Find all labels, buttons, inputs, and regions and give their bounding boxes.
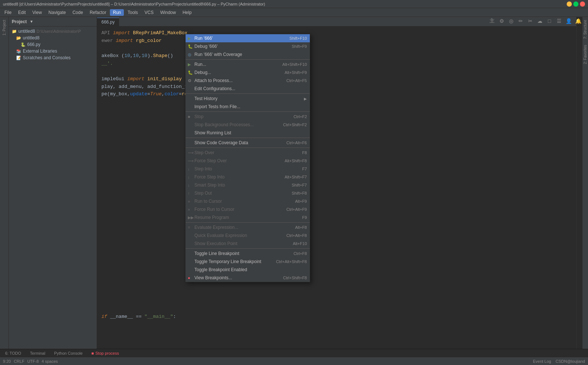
toolbar-icon-edit[interactable]: ✏ <box>517 17 525 25</box>
run-menu-show-running[interactable]: Show Running List <box>186 129 310 137</box>
resume-icon: ▶▶ <box>188 215 194 220</box>
tree-item-untitled8[interactable]: 📂 untitled8 <box>9 35 97 41</box>
edit-configs-label: Edit Configurations... <box>194 86 301 91</box>
terminal-label: Terminal <box>30 351 46 355</box>
event-log[interactable]: Event Log <box>533 359 551 364</box>
force-step-into-shortcut: Alt+Shift+F7 <box>284 175 307 179</box>
toolbar-icon-chinese[interactable]: 主 <box>488 17 496 25</box>
structure-tab[interactable]: 7: Structure <box>582 17 588 42</box>
run-menu-run[interactable]: ▶ Run... Alt+Shift+F10 <box>186 60 310 68</box>
tab-todo[interactable]: 6: TODO <box>3 350 24 356</box>
status-encoding[interactable]: UTF-8 <box>27 359 39 364</box>
run-menu-edit-configs[interactable]: Edit Configurations... <box>186 85 310 93</box>
toolbar-icon-bell[interactable]: 🔔 <box>574 17 582 25</box>
menu-file[interactable]: File <box>1 9 14 16</box>
run-menu-toggle-bp-enabled[interactable]: Toggle Breakpoint Enabled <box>186 266 310 274</box>
menu-navigate[interactable]: Navigate <box>46 9 69 16</box>
toolbar-icon-circle[interactable]: ◎ <box>507 17 515 25</box>
tab-python-console[interactable]: Python Console <box>52 350 85 356</box>
menu-help[interactable]: Help <box>180 9 195 16</box>
stop-process-button[interactable]: ■ Stop process <box>89 350 121 356</box>
menu-run[interactable]: Run <box>110 9 124 16</box>
tab-666py[interactable]: 666.py <box>97 18 119 26</box>
status-line-col[interactable]: 9:20 <box>3 359 11 364</box>
toolbar-icon-user[interactable]: 👤 <box>564 17 573 25</box>
run-menu-debug[interactable]: 🐛 Debug... Alt+Shift+F9 <box>186 68 310 77</box>
stop-shortcut: Ctrl+F2 <box>294 114 307 119</box>
tab-label-666py: 666.py <box>101 20 115 25</box>
status-indent[interactable]: 4 spaces <box>42 359 58 364</box>
run-menu-force-step-into: ↓ Force Step Into Alt+Shift+F7 <box>186 173 310 181</box>
run-menu-step-over: ⟶ Step Over F8 <box>186 149 310 157</box>
maximize-button[interactable] <box>573 1 578 7</box>
code-line-1: API import BRepPrimAPI_MakeBox <box>101 29 572 37</box>
run-cursor-shortcut: Alt+F9 <box>295 199 307 203</box>
left-strip-project[interactable]: 1: Project <box>1 18 7 37</box>
resume-shortcut: F9 <box>302 215 307 220</box>
tree-item-666py[interactable]: 🐍 666.py <box>9 41 97 48</box>
menu-window[interactable]: Window <box>157 9 179 16</box>
stop-label: Stop <box>194 114 288 119</box>
show-exec-shortcut: Alt+F10 <box>293 241 307 246</box>
run-menu: ▶ Run '666' Shift+F10 🐛 Debug '666' Shif… <box>185 34 310 282</box>
quick-eval-label: Quick Evaluate Expression <box>194 233 280 238</box>
toolbar-icon-cloud[interactable]: ☁ <box>536 17 544 25</box>
toolbar-icon-gear[interactable]: ⚙ <box>498 17 506 25</box>
bottom-bar: 6: TODO Terminal Python Console ■ Stop p… <box>0 349 588 357</box>
smart-step-into-icon: ↓ <box>188 183 190 187</box>
tree-label-external-libs: External Libraries <box>23 49 57 54</box>
menu-code[interactable]: Code <box>69 9 86 16</box>
run-menu-toggle-bp[interactable]: Toggle Line Breakpoint Ctrl+F8 <box>186 249 310 258</box>
force-step-into-label: Force Step Into <box>194 174 279 180</box>
toolbar: 主 ⚙ ◎ ✏ ✂ ☁ □ ☰ 👤 🔔 <box>488 17 582 25</box>
tab-terminal[interactable]: Terminal <box>28 350 48 356</box>
test-history-label: Test History <box>194 96 297 101</box>
show-running-label: Show Running List <box>194 130 301 135</box>
menu-vcs[interactable]: VCS <box>141 9 157 16</box>
run-menu-run666[interactable]: ▶ Run '666' Shift+F10 <box>186 34 310 42</box>
scratches-icon: 📝 <box>16 56 21 60</box>
code-content[interactable]: API import BRepPrimAPI_MakeBox ewer impo… <box>97 26 576 349</box>
run-menu-toggle-temp-bp[interactable]: Toggle Temporary Line Breakpoint Ctrl+Al… <box>186 258 310 266</box>
right-scrollbar[interactable] <box>576 17 582 349</box>
close-button[interactable] <box>580 1 585 7</box>
run-menu-import-tests[interactable]: Import Tests from File... <box>186 103 310 111</box>
status-line-ending[interactable]: CRLF <box>14 359 24 364</box>
eval-expr-icon: = <box>188 225 190 230</box>
toolbar-icon-scissors[interactable]: ✂ <box>526 17 534 25</box>
step-over-label: Step Over <box>194 150 296 155</box>
favorites-tab[interactable]: 2: Favorites <box>582 42 588 67</box>
run-menu-debug666[interactable]: 🐛 Debug '666' Shift+F9 <box>186 42 310 50</box>
run-menu-view-bps[interactable]: ● View Breakpoints... Ctrl+Shift+F8 <box>186 274 310 282</box>
python-console-label: Python Console <box>54 351 83 355</box>
step-out-shortcut: Shift+F8 <box>292 191 307 195</box>
code-line-2: ewer import rgb_color <box>101 37 572 45</box>
run-menu-test-history[interactable]: Test History ▶ <box>186 95 310 103</box>
status-right: Event Log CSDN@loujiand <box>533 359 585 364</box>
coverage-icon: ◎ <box>188 52 191 57</box>
step-into-shortcut: F7 <box>302 167 307 171</box>
code-line-7: impleGui import init_display <box>101 75 572 83</box>
step-out-icon: ↑ <box>188 191 190 195</box>
left-strip: 1: Project <box>0 17 9 349</box>
stop-bg-shortcut: Ctrl+Shift+F2 <box>283 123 307 127</box>
project-chevron-icon: ▼ <box>30 20 33 24</box>
tree-item-external-libs[interactable]: 📚 External Libraries <box>9 48 97 54</box>
tree-item-scratches[interactable]: 📝 Scratches and Consoles <box>9 54 97 61</box>
menu-refactor[interactable]: Refactor <box>87 9 109 16</box>
code-line-3 <box>101 45 572 53</box>
debug-ellipsis-icon: 🐛 <box>188 70 193 75</box>
toolbar-icon-square[interactable]: □ <box>545 17 553 25</box>
menu-tools[interactable]: Tools <box>125 9 141 16</box>
toolbar-icon-menu[interactable]: ☰ <box>555 17 563 25</box>
show-exec-label: Show Execution Point <box>194 241 287 246</box>
run-menu-step-out: ↑ Step Out Shift+F8 <box>186 189 310 197</box>
menu-edit[interactable]: Edit <box>15 9 29 16</box>
run-menu-attach[interactable]: ⚙ Attach to Process... Ctrl+Alt+F5 <box>186 77 310 85</box>
minimize-button[interactable] <box>567 1 572 7</box>
bottom-code: if __name__ == "__main__": <box>101 314 176 319</box>
menu-view[interactable]: View <box>29 9 45 16</box>
run-menu-coverage[interactable]: ◎ Run '666' with Coverage <box>186 50 310 59</box>
tree-item-untitled8-root[interactable]: 📁 untitled8 D:\Users\Administrator\P <box>9 28 97 35</box>
run-menu-show-coverage[interactable]: Show Code Coverage Data Ctrl+Alt+F6 <box>186 139 310 147</box>
